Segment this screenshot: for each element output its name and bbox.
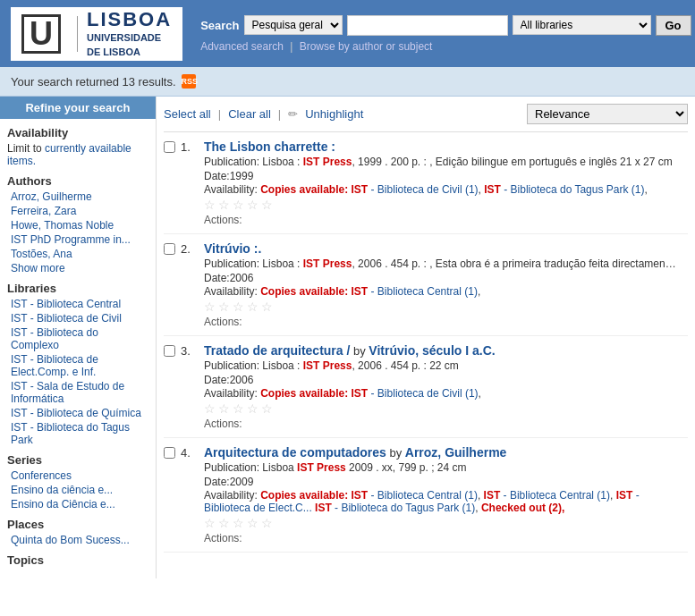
result-stars-4[interactable]: ☆ ☆ ☆ ☆ ☆ bbox=[204, 517, 688, 529]
star4[interactable]: ☆ bbox=[247, 198, 259, 211]
toolbar-sep1: | bbox=[218, 107, 221, 121]
star2[interactable]: ☆ bbox=[218, 300, 231, 313]
star3[interactable]: ☆ bbox=[233, 300, 245, 313]
avail-link-3a[interactable]: IST - Biblioteca de Civil (1) bbox=[352, 387, 479, 400]
sidebar-title: Refine your search bbox=[0, 97, 156, 119]
star1[interactable]: ☆ bbox=[204, 517, 216, 529]
result-title-author-3[interactable]: Vitrúvio, século I a.C. bbox=[369, 343, 495, 358]
result-stars-2[interactable]: ☆ ☆ ☆ ☆ ☆ bbox=[204, 300, 688, 313]
lib-tagus[interactable]: IST - Biblioteca do Tagus Park bbox=[11, 421, 148, 446]
logo-text: LISBOA UNIVERSIDADE DE LISBOA bbox=[87, 8, 172, 59]
logo-divider bbox=[77, 16, 78, 52]
search-library-select[interactable]: All libraries IST - Biblioteca Central I… bbox=[513, 15, 651, 35]
result-title-4[interactable]: Arquitectura de computadores bbox=[204, 445, 386, 460]
star1[interactable]: ☆ bbox=[204, 198, 216, 211]
lib-elect[interactable]: IST - Biblioteca de Elect.Comp. e Inf. bbox=[11, 353, 148, 378]
search-area: Search Pesquisa geral Título Autor Assun… bbox=[200, 15, 691, 53]
select-all-link[interactable]: Select all bbox=[164, 107, 211, 121]
logo-area: U LISBOA UNIVERSIDADE DE LISBOA bbox=[11, 7, 182, 61]
star5[interactable]: ☆ bbox=[261, 198, 274, 211]
search-input[interactable] bbox=[347, 15, 508, 36]
lib-civil[interactable]: IST - Biblioteca de Civil bbox=[11, 312, 148, 325]
author-arroz[interactable]: Arroz, Guilherme bbox=[11, 190, 148, 203]
sidebar-authors-label: Authors bbox=[7, 174, 148, 188]
result-title-2[interactable]: Vitrúvio :. bbox=[204, 241, 261, 256]
lib-central[interactable]: IST - Biblioteca Central bbox=[11, 298, 148, 310]
browse-link[interactable]: Browse by author or subject bbox=[300, 40, 433, 53]
results-count-text: Your search returned 13 results. bbox=[11, 75, 176, 89]
result-date-1: Date:1999 bbox=[204, 170, 688, 182]
result-title-author-4[interactable]: Arroz, Guilherme bbox=[405, 445, 507, 460]
author-howe[interactable]: Howe, Thomas Noble bbox=[11, 219, 148, 232]
result-pub-1: Publication: Lisboa : IST Press, 1999 . … bbox=[204, 156, 678, 168]
avail-link-1b[interactable]: IST - Biblioteca do Tagus Park (1) bbox=[484, 183, 644, 196]
logo-lisboa: LISBOA bbox=[87, 8, 172, 31]
sidebar-topics-label: Topics bbox=[7, 553, 148, 567]
star3[interactable]: ☆ bbox=[233, 198, 245, 211]
star5[interactable]: ☆ bbox=[261, 517, 274, 529]
availability-link[interactable]: currently available items. bbox=[7, 142, 131, 167]
series-ensino1[interactable]: Ensino da ciência e... bbox=[11, 484, 148, 496]
logo-u-letter: U bbox=[21, 14, 61, 54]
star4[interactable]: ☆ bbox=[247, 517, 259, 529]
author-ferreira[interactable]: Ferreira, Zara bbox=[11, 205, 148, 217]
place-quinta[interactable]: Quinta do Bom Sucess... bbox=[11, 534, 148, 546]
result-checkbox-3[interactable] bbox=[164, 345, 175, 357]
star4[interactable]: ☆ bbox=[247, 402, 259, 415]
avail-link-4a[interactable]: IST - Biblioteca Central (1) bbox=[352, 489, 478, 502]
result-checkbox-2[interactable] bbox=[164, 243, 175, 255]
result-title-3[interactable]: Tratado de arquitectura / bbox=[204, 343, 350, 358]
lib-informatica[interactable]: IST - Sala de Estudo de Informática bbox=[11, 380, 148, 405]
rss-icon[interactable]: RSS bbox=[182, 74, 196, 89]
search-links: Advanced search | Browse by author or su… bbox=[200, 40, 691, 53]
clear-all-link[interactable]: Clear all bbox=[228, 107, 271, 121]
sidebar-places-list: Quinta do Bom Sucess... bbox=[7, 534, 148, 546]
lib-complexo[interactable]: IST - Biblioteca do Complexo bbox=[11, 326, 148, 351]
avail-link-2a[interactable]: IST - Biblioteca Central (1) bbox=[352, 285, 478, 298]
result-item-4: 4. Arquitectura de computadores by Arroz… bbox=[164, 438, 688, 553]
sidebar-availability-text: Limit to currently available items. bbox=[7, 142, 148, 167]
result-stars-3[interactable]: ☆ ☆ ☆ ☆ ☆ bbox=[204, 402, 688, 415]
avail-link-1a[interactable]: IST - Biblioteca de Civil (1) bbox=[352, 183, 479, 196]
sort-select[interactable]: Relevance Date - newest Date - oldest Au… bbox=[527, 104, 688, 124]
star1[interactable]: ☆ bbox=[204, 402, 216, 415]
result-item-2: 2. Vitrúvio :. Publication: Lisboa : IST… bbox=[164, 234, 688, 336]
sidebar: Refine your search Availability Limit to… bbox=[0, 97, 157, 578]
star3[interactable]: ☆ bbox=[233, 517, 245, 529]
avail-link-4d[interactable]: IST - Biblioteca do Tagus Park (1) bbox=[315, 502, 475, 514]
result-content-1: The Lisbon charrette : Publication: Lisb… bbox=[204, 139, 688, 226]
star2[interactable]: ☆ bbox=[218, 198, 231, 211]
star3[interactable]: ☆ bbox=[233, 402, 245, 415]
star2[interactable]: ☆ bbox=[218, 517, 231, 529]
result-checkbox-4[interactable] bbox=[164, 447, 175, 459]
unhighlight-link[interactable]: Unhighlight bbox=[305, 107, 363, 121]
result-pub-2: Publication: Lisboa : IST Press, 2006 . … bbox=[204, 257, 678, 270]
result-num-2: 2. bbox=[181, 242, 200, 256]
star5[interactable]: ☆ bbox=[261, 402, 274, 415]
star2[interactable]: ☆ bbox=[218, 402, 231, 415]
star5[interactable]: ☆ bbox=[261, 300, 274, 313]
author-ist-phd[interactable]: IST PhD Programme in... bbox=[11, 233, 148, 246]
results-bar: Your search returned 13 results. RSS bbox=[0, 67, 695, 97]
result-stars-1[interactable]: ☆ ☆ ☆ ☆ ☆ bbox=[204, 198, 688, 211]
star4[interactable]: ☆ bbox=[247, 300, 259, 313]
advanced-search-link[interactable]: Advanced search bbox=[200, 40, 284, 53]
search-type-select[interactable]: Pesquisa geral Título Autor Assunto bbox=[244, 15, 343, 35]
result-title-1[interactable]: The Lisbon charrette : bbox=[204, 139, 335, 154]
lib-quimica[interactable]: IST - Biblioteca de Química bbox=[11, 407, 148, 419]
show-more-authors[interactable]: Show more bbox=[11, 262, 148, 274]
result-avail-1: Availability: Copies available: IST - Bi… bbox=[204, 183, 688, 196]
series-ensino2[interactable]: Ensino da Ciência e... bbox=[11, 498, 148, 511]
go-button[interactable]: Go bbox=[656, 15, 691, 36]
link-separator: | bbox=[290, 40, 292, 53]
result-num-3: 3. bbox=[181, 344, 200, 358]
result-by-3: by bbox=[353, 344, 366, 358]
result-checkbox-1[interactable] bbox=[164, 141, 175, 153]
result-date-3: Date:2006 bbox=[204, 374, 688, 386]
avail-link-4b[interactable]: IST - Biblioteca Central (1) bbox=[484, 489, 610, 502]
author-tostoes[interactable]: Tostões, Ana bbox=[11, 248, 148, 260]
series-conferences[interactable]: Conferences bbox=[11, 469, 148, 482]
star1[interactable]: ☆ bbox=[204, 300, 216, 313]
result-content-3: Tratado de arquitectura / by Vitrúvio, s… bbox=[204, 343, 688, 430]
sidebar-libraries-label: Libraries bbox=[7, 282, 148, 295]
